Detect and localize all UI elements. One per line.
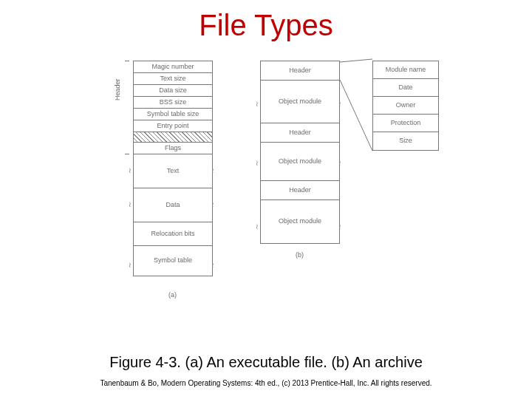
svg-line-0 — [340, 59, 372, 62]
ar-header-2: Header — [261, 181, 339, 200]
svg-line-1 — [340, 80, 372, 151]
sublabel-b: (b) — [296, 251, 304, 259]
exe-hatched — [134, 132, 212, 143]
page-title: File Types — [0, 0, 532, 42]
figure-caption: Figure 4-3. (a) An executable file. (b) … — [0, 354, 532, 371]
copyright-line: Tanenbaum & Bo, Modern Operating Systems… — [0, 379, 532, 387]
mod-protection: Protection — [373, 115, 438, 132]
file-types-diagram: Header Magic number Text size Data size … — [118, 61, 443, 341]
exe-bss-size: BSS size — [134, 97, 212, 109]
connector-lines — [340, 58, 372, 154]
break-mark: ≀ — [256, 161, 263, 170]
ar-header-1: Header — [261, 123, 339, 143]
exe-text-size: Text size — [134, 73, 212, 85]
mod-size: Size — [373, 132, 438, 150]
exe-text-segment: Text — [134, 154, 212, 188]
mod-owner: Owner — [373, 97, 438, 115]
ar-objmod-0: Object module — [261, 81, 339, 123]
exe-flags: Flags — [134, 143, 212, 154]
header-brace-label: Header — [114, 78, 121, 100]
exe-symbol-table: Symbol table — [134, 246, 212, 276]
exe-magic-number: Magic number — [134, 61, 212, 73]
mod-date: Date — [373, 79, 438, 97]
ar-objmod-2: Object module — [261, 200, 339, 243]
break-mark: ≀ — [256, 225, 263, 233]
module-header-detail: Module name Date Owner Protection Size — [372, 61, 439, 151]
ar-header-0: Header — [261, 61, 339, 81]
break-mark: ≀ — [211, 168, 219, 177]
break-mark: ≀ — [211, 202, 219, 211]
break-mark: ≀ — [129, 168, 136, 177]
break-mark: ≀ — [338, 225, 346, 233]
exe-data-segment: Data — [134, 188, 212, 222]
break-mark: ≀ — [129, 202, 136, 211]
exe-data-size: Data size — [134, 85, 212, 97]
break-mark: ≀ — [256, 102, 263, 111]
mod-name: Module name — [373, 61, 438, 79]
archive-column: Header Object module Header Object modul… — [260, 61, 340, 244]
executable-column: Magic number Text size Data size BSS siz… — [133, 61, 213, 276]
break-mark: ≀ — [129, 263, 136, 272]
sublabel-a: (a) — [168, 291, 177, 299]
break-mark: ≀ — [211, 263, 219, 272]
exe-reloc-bits: Relocation bits — [134, 222, 212, 246]
ar-objmod-1: Object module — [261, 143, 339, 181]
exe-entry-point: Entry point — [134, 120, 212, 132]
exe-sym-table-size: Symbol table size — [134, 109, 212, 120]
break-mark: ≀ — [338, 161, 346, 170]
